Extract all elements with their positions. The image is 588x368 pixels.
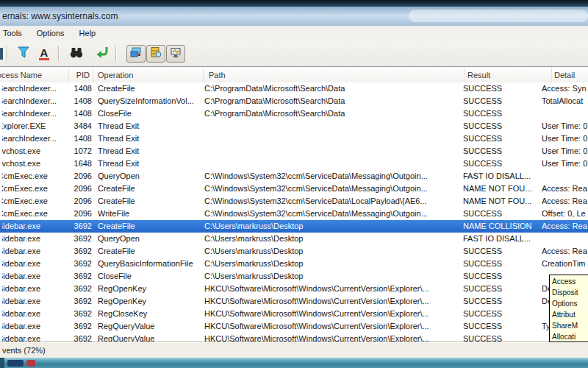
procmon-window: ernals: www.sysinternals.com Tools Optio… — [0, 0, 588, 368]
event-row[interactable]: SearchIndexer...1408CreateFileC:\Program… — [0, 82, 588, 95]
menu-bar: Tools Options Help — [0, 26, 588, 40]
cell-operation: Thread Exit — [98, 158, 203, 170]
cell-result: SUCCESS — [463, 158, 550, 170]
cell-operation: Thread Exit — [98, 145, 203, 158]
desktop-top-edge — [0, 0, 588, 7]
cell-process: CcmExec.exe — [2, 195, 68, 208]
event-row[interactable]: Sidebar.exe3692QueryOpenC:\Users\markrus… — [0, 233, 588, 245]
cell-path: HKCU\Software\Microsoft\Windows\CurrentV… — [204, 295, 463, 308]
taskbar-item[interactable] — [26, 360, 35, 367]
cell-process: CcmExec.exe — [2, 183, 68, 195]
window-titlebar[interactable]: ernals: www.sysinternals.com — [0, 7, 588, 26]
cell-result: FAST IO DISALL... — [463, 170, 550, 183]
taskbar[interactable] — [0, 358, 588, 368]
cell-path: C:\Users\markruss\Desktop — [204, 258, 463, 270]
event-row[interactable]: Sidebar.exe3692RegCloseKeyHKCU\Software\… — [0, 308, 588, 320]
cell-pid: 3692 — [69, 233, 92, 245]
event-row[interactable]: Sidebar.exe3692QueryBasicInformationFile… — [0, 258, 588, 270]
cell-path: C:\Windows\System32\ccm\ServiceData\Loca… — [204, 195, 463, 208]
find-button[interactable] — [68, 45, 85, 63]
column-header-result[interactable]: Result — [465, 67, 552, 83]
cell-result: SUCCESS — [463, 245, 550, 258]
cell-operation: QueryOpen — [98, 170, 203, 183]
event-row[interactable]: SearchIndexer...1408CloseFileC:\ProgramD… — [0, 107, 588, 120]
toolbar: A — [0, 40, 588, 67]
filter-icon — [16, 45, 31, 63]
cell-detail: Access: Rea — [542, 220, 588, 233]
cell-operation: WriteFile — [98, 208, 203, 220]
event-row[interactable]: svchost.exe1648Thread ExitSUCCESSUser Ti… — [0, 158, 588, 170]
menu-tools[interactable]: Tools — [0, 26, 29, 40]
filter-button[interactable] — [15, 45, 32, 63]
event-row[interactable]: CcmExec.exe2096WriteFileC:\Windows\Syste… — [0, 208, 588, 220]
cell-detail: TotalAllocat — [542, 95, 588, 107]
cell-detail: Access: Syn — [542, 82, 588, 95]
cell-process: CcmExec.exe — [2, 208, 68, 220]
event-row[interactable]: CcmExec.exe2096CreateFileC:\Windows\Syst… — [0, 183, 588, 195]
cell-detail: User Time: 0 — [542, 120, 588, 132]
cell-result: SUCCESS — [463, 333, 550, 342]
event-row[interactable]: Sidebar.exe3692RegOpenKeyHKCU\Software\M… — [0, 295, 588, 308]
cell-pid: 1408 — [69, 82, 92, 95]
cell-process: Sidebar.exe — [2, 220, 68, 233]
cell-operation: RegOpenKey — [98, 283, 203, 295]
event-row[interactable]: Sidebar.exe3692CreateFileC:\Users\markru… — [0, 245, 588, 258]
event-row[interactable]: CcmExec.exe2096CreateFileC:\Windows\Syst… — [0, 195, 588, 208]
show-network-activity-button[interactable] — [166, 45, 185, 63]
cell-detail — [542, 170, 588, 183]
cell-detail: User Time: 0 — [542, 145, 588, 158]
cell-result: SUCCESS — [463, 107, 550, 120]
cell-operation: RegOpenKey — [98, 295, 203, 308]
cell-pid: 1648 — [69, 158, 92, 170]
menu-help[interactable]: Help — [72, 26, 104, 40]
cell-pid: 3692 — [69, 283, 92, 295]
registry-activity-icon — [130, 46, 142, 61]
event-row[interactable]: Sidebar.exe3692CloseFileC:\Users\markrus… — [0, 270, 588, 283]
jump-to-icon — [95, 45, 110, 63]
event-row[interactable]: CcmExec.exe2096QueryOpenC:\Windows\Syste… — [0, 170, 588, 183]
event-row[interactable]: svchost.exe1072Thread ExitSUCCESSUser Ti… — [0, 145, 588, 158]
event-row[interactable]: Sidebar.exe3692RegOpenKeyHKCU\Software\M… — [0, 283, 588, 295]
column-header-operation[interactable]: Operation — [96, 67, 204, 83]
cell-path: C:\Windows\System32\ccm\ServiceData\Mess… — [204, 208, 463, 220]
window-title: ernals: www.sysinternals.com — [2, 11, 118, 21]
status-bar: vents (72%) — [0, 342, 588, 358]
cell-result: SUCCESS — [463, 208, 550, 220]
cell-path — [204, 132, 463, 145]
tooltip-line: Disposit — [552, 287, 588, 298]
detail-tooltip: AccessDispositOptionsAttributShareMAlloc… — [549, 275, 588, 342]
show-file-system-activity-button[interactable] — [146, 45, 165, 63]
taskbar-item[interactable] — [7, 360, 24, 367]
event-row[interactable]: SearchIndexer...1408QuerySizeInformation… — [0, 95, 588, 107]
column-header-process-name[interactable]: Process Name — [0, 67, 69, 83]
event-row[interactable]: Sidebar.exe3692RegQueryValueHKCU\Softwar… — [0, 320, 588, 333]
cell-result: SUCCESS — [463, 95, 550, 107]
binoculars-icon — [69, 45, 84, 63]
network-activity-icon — [170, 46, 182, 61]
highlight-button[interactable]: A — [35, 45, 53, 63]
event-row[interactable]: Explorer.EXE3484Thread ExitSUCCESSUser T… — [0, 120, 588, 132]
column-header-detail[interactable]: Detail — [552, 67, 588, 83]
cell-detail — [542, 233, 588, 245]
column-header-path[interactable]: Path — [207, 67, 465, 83]
taskbar-left-edge — [0, 358, 4, 368]
menu-options[interactable]: Options — [29, 26, 72, 40]
cell-result: SUCCESS — [463, 295, 550, 308]
jump-to-button[interactable] — [93, 45, 111, 63]
event-row[interactable]: SearchIndexer...1408Thread ExitSUCCESSUs… — [0, 132, 588, 145]
tooltip-line: Attribut — [552, 309, 588, 320]
cell-process: svchost.exe — [2, 145, 68, 158]
cell-operation: QueryBasicInformationFile — [98, 258, 203, 270]
event-row[interactable]: Sidebar.exe3692RegQueryValueHKCU\Softwar… — [0, 333, 588, 342]
cell-result: SUCCESS — [463, 270, 550, 283]
event-row[interactable]: Sidebar.exe3692CreateFileC:\Users\markru… — [0, 220, 588, 233]
cell-result: SUCCESS — [463, 145, 550, 158]
column-header-pid[interactable]: PID — [69, 67, 93, 83]
cell-detail: Access: Rea — [542, 245, 588, 258]
cell-pid: 2096 — [69, 208, 92, 220]
cell-process: Sidebar.exe — [2, 283, 68, 295]
show-registry-activity-button[interactable] — [126, 45, 146, 63]
cell-pid: 1408 — [69, 95, 92, 107]
cell-result: FAST IO DISALL... — [463, 233, 550, 245]
toolbar-separator — [58, 46, 59, 61]
